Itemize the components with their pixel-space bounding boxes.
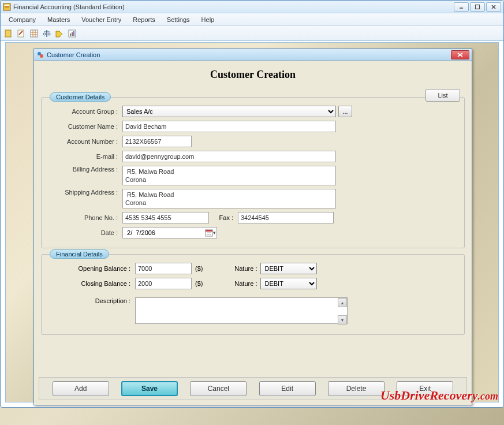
svg-rect-10 xyxy=(31,30,38,37)
svg-rect-4 xyxy=(476,5,480,9)
label-description: Description : xyxy=(48,297,135,304)
close-button[interactable] xyxy=(486,2,501,12)
financial-details-section: Financial Details Opening Balance : ($) … xyxy=(41,254,465,335)
svg-rect-21 xyxy=(70,33,71,36)
email-input[interactable] xyxy=(122,151,336,162)
account-number-input[interactable] xyxy=(122,136,192,147)
date-dropdown-icon[interactable]: ▾ xyxy=(213,230,216,236)
closing-nature-select[interactable]: DEBIT xyxy=(260,278,317,289)
date-input[interactable] xyxy=(125,229,205,236)
menu-settings[interactable]: Settings xyxy=(161,14,196,25)
scroll-down-icon[interactable]: ▾ xyxy=(338,315,347,325)
svg-rect-22 xyxy=(72,32,73,36)
label-email: E-mail : xyxy=(48,153,122,160)
financial-details-legend: Financial Details xyxy=(50,249,109,259)
shipping-address-textarea[interactable]: R5, Malwa Road Corona xyxy=(122,189,336,208)
cancel-button[interactable]: Cancel xyxy=(190,381,247,396)
edit-button[interactable]: Edit xyxy=(259,381,316,396)
label-opening-balance: Opening Balance : xyxy=(48,265,135,272)
opening-balance-input[interactable] xyxy=(135,263,192,274)
window-controls xyxy=(454,2,501,12)
svg-marker-19 xyxy=(56,31,62,37)
date-picker[interactable]: ▾ xyxy=(122,227,217,238)
customer-details-section: Customer Details Account Group : Sales A… xyxy=(41,97,465,248)
dialog-title-bar: Customer Creation xyxy=(34,49,472,61)
account-group-browse-button[interactable]: ... xyxy=(338,106,352,117)
save-button[interactable]: Save xyxy=(121,381,178,396)
label-account-number: Account Number : xyxy=(48,138,122,145)
dialog-title: Customer Creation xyxy=(47,51,451,58)
list-button[interactable]: List xyxy=(425,89,460,102)
label-shipping-address: Shipping Address : xyxy=(48,189,122,196)
main-app-window: Financial Accounting (Standard Edition) … xyxy=(0,0,504,408)
dialog-close-button[interactable] xyxy=(451,50,469,59)
menu-bar: Company Masters Voucher Entry Reports Se… xyxy=(1,13,503,26)
fax-input[interactable] xyxy=(238,212,334,223)
toolbar-grid-icon[interactable] xyxy=(28,28,40,39)
label-date: Date : xyxy=(48,229,122,236)
calendar-icon[interactable] xyxy=(205,229,213,237)
label-nature-2: Nature : xyxy=(226,280,260,287)
label-phone: Phone No. : xyxy=(48,214,122,221)
svg-rect-1 xyxy=(5,5,9,6)
svg-point-18 xyxy=(48,33,50,35)
label-nature-1: Nature : xyxy=(226,265,260,272)
menu-company[interactable]: Company xyxy=(3,14,42,25)
customer-creation-dialog: Customer Creation Customer Creation List… xyxy=(33,49,472,405)
description-textarea[interactable] xyxy=(135,297,348,324)
label-closing-balance: Closing Balance : xyxy=(48,280,135,287)
toolbar-new-icon[interactable] xyxy=(3,28,14,39)
mdi-client-area: Customer Creation Customer Creation List… xyxy=(5,42,499,402)
toolbar-balance-icon[interactable] xyxy=(41,28,53,39)
menu-help[interactable]: Help xyxy=(196,14,221,25)
add-button[interactable]: Add xyxy=(53,381,109,396)
menu-masters[interactable]: Masters xyxy=(42,14,76,25)
currency-label-2: ($) xyxy=(195,280,203,287)
toolbar-edit-icon[interactable] xyxy=(16,28,27,39)
label-customer-name: Customer Name : xyxy=(48,123,122,130)
currency-label-1: ($) xyxy=(195,265,203,272)
svg-point-17 xyxy=(43,33,46,35)
customer-name-input[interactable] xyxy=(122,121,336,132)
label-billing-address: Billing Address : xyxy=(48,166,122,173)
svg-point-25 xyxy=(40,54,43,58)
dialog-heading: Customer Creation xyxy=(41,69,465,81)
menu-voucher-entry[interactable]: Voucher Entry xyxy=(76,14,127,25)
svg-rect-2 xyxy=(5,6,9,8)
label-account-group: Account Group : xyxy=(48,108,122,115)
description-scrollbar: ▴ ▾ xyxy=(338,298,347,325)
scroll-up-icon[interactable]: ▴ xyxy=(338,298,347,307)
billing-address-textarea[interactable]: R5, Malwa Road Corona xyxy=(122,166,336,185)
maximize-button[interactable] xyxy=(470,2,485,12)
watermark-text: UsbDriveRecovery xyxy=(380,388,478,402)
dialog-icon xyxy=(36,51,44,59)
phone-input[interactable] xyxy=(122,212,209,223)
toolbar xyxy=(1,26,503,41)
account-group-select[interactable]: Sales A/c xyxy=(122,106,336,117)
svg-rect-29 xyxy=(206,230,212,232)
watermark-suffix: .com xyxy=(478,390,499,402)
minimize-button[interactable] xyxy=(454,2,469,12)
app-title-bar: Financial Accounting (Standard Edition) xyxy=(1,1,503,13)
delete-button[interactable]: Delete xyxy=(328,381,384,396)
dialog-body: Customer Creation List Customer Details … xyxy=(34,61,472,345)
closing-balance-input[interactable] xyxy=(135,278,192,289)
watermark: UsbDriveRecovery.com xyxy=(380,388,498,403)
opening-nature-select[interactable]: DEBIT xyxy=(260,263,317,274)
label-fax: Fax : xyxy=(209,214,238,221)
app-title: Financial Accounting (Standard Edition) xyxy=(13,3,454,10)
svg-rect-23 xyxy=(73,31,74,36)
app-icon xyxy=(3,3,11,11)
toolbar-report-icon[interactable] xyxy=(66,28,78,39)
svg-rect-7 xyxy=(5,30,11,37)
toolbar-tag-icon[interactable] xyxy=(54,28,65,39)
menu-reports[interactable]: Reports xyxy=(127,14,161,25)
